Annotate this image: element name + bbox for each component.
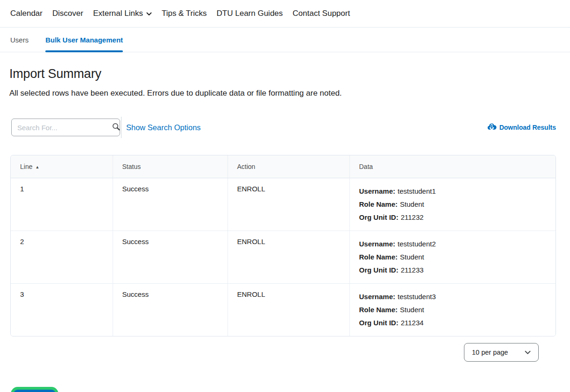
table-row: 2 Success ENROLL Username:teststudent2 R… (11, 231, 556, 283)
search-input[interactable] (12, 119, 112, 136)
nav-item-discover[interactable]: Discover (52, 9, 83, 18)
toolbar-divider (121, 117, 121, 138)
table-row: 3 Success ENROLL Username:teststudent3 R… (11, 283, 556, 336)
cell-data: Username:teststudent3 Role Name:Student … (349, 283, 556, 336)
chevron-down-icon (146, 9, 152, 18)
cell-status: Success (113, 178, 228, 231)
page-description: All selected rows have been executed. Er… (9, 89, 556, 98)
table-header-row: Line▲ Status Action Data (11, 155, 556, 178)
cell-action: ENROLL (228, 283, 349, 336)
nav-item-contact-support[interactable]: Contact Support (292, 9, 350, 18)
top-nav: Calendar Discover External Links Tips & … (0, 0, 570, 28)
cell-action: ENROLL (228, 178, 349, 231)
tab-bar: Users Bulk User Management (0, 28, 570, 52)
cell-line: 2 (11, 231, 113, 283)
toolbar: Show Search Options Download Results (9, 117, 556, 138)
nav-item-label: External Links (93, 9, 143, 18)
cell-data: Username:teststudent2 Role Name:Student … (349, 231, 556, 283)
cell-action: ENROLL (228, 231, 349, 283)
show-search-options-link[interactable]: Show Search Options (126, 123, 201, 132)
nav-item-dtu-learn-guides[interactable]: DTU Learn Guides (217, 9, 283, 18)
column-header-line[interactable]: Line▲ (11, 155, 113, 178)
nav-item-calendar[interactable]: Calendar (10, 9, 43, 18)
search-icon (112, 123, 120, 132)
tab-users[interactable]: Users (10, 28, 28, 52)
cloud-download-icon (487, 122, 497, 133)
column-header-status: Status (113, 155, 228, 178)
cell-data: Username:teststudent1 Role Name:Student … (349, 178, 556, 231)
download-results-label: Download Results (499, 124, 556, 131)
search-button[interactable] (112, 119, 120, 136)
main-content: Import Summary All selected rows have be… (0, 67, 570, 392)
search-box (11, 119, 120, 136)
pagination: 10 per page (9, 343, 556, 362)
results-table: Line▲ Status Action Data 1 Success ENROL… (10, 155, 556, 336)
chevron-down-icon (525, 349, 531, 356)
nav-item-external-links[interactable]: External Links (93, 9, 152, 18)
cell-status: Success (113, 283, 228, 336)
table-row: 1 Success ENROLL Username:teststudent1 R… (11, 178, 556, 231)
cell-status: Success (113, 231, 228, 283)
sort-ascending-icon: ▲ (35, 165, 39, 169)
per-page-select[interactable]: 10 per page (464, 343, 539, 362)
cell-line: 3 (11, 283, 113, 336)
cell-line: 1 (11, 178, 113, 231)
tab-bulk-user-management[interactable]: Bulk User Management (45, 28, 123, 52)
done-button[interactable]: Done (14, 390, 56, 392)
column-header-action: Action (228, 155, 349, 178)
footer-actions: Done (9, 390, 556, 392)
page-title: Import Summary (9, 67, 556, 81)
download-results-link[interactable]: Download Results (487, 122, 556, 133)
nav-item-tips-tricks[interactable]: Tips & Tricks (162, 9, 207, 18)
per-page-label: 10 per page (472, 349, 508, 356)
column-header-data: Data (349, 155, 556, 178)
